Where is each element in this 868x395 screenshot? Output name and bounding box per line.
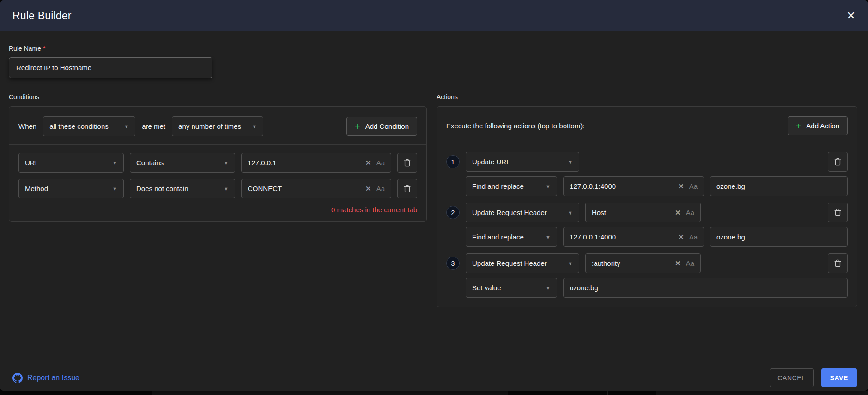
chevron-down-icon: ▼	[124, 124, 129, 129]
action-value-input[interactable]	[570, 284, 841, 292]
action-number-badge: 2	[446, 206, 460, 219]
action-type-select[interactable]: Update URL ▼	[466, 152, 579, 172]
add-condition-button[interactable]: + Add Condition	[346, 117, 417, 136]
action-item: 3 Update Request Header ▼ ✕ Aa	[446, 253, 848, 298]
trash-icon	[403, 159, 411, 167]
delete-condition-button[interactable]	[397, 179, 417, 198]
action-type-select[interactable]: Update Request Header ▼	[466, 253, 579, 273]
actions-panel: Execute the following actions (top to bo…	[437, 106, 857, 307]
actions-section-label: Actions	[437, 93, 857, 101]
action-find-field: ✕ Aa	[563, 176, 704, 196]
case-sensitivity-icon[interactable]: Aa	[686, 259, 694, 267]
case-sensitivity-icon[interactable]: Aa	[686, 209, 694, 216]
chevron-down-icon: ▼	[546, 285, 551, 291]
trash-icon	[834, 259, 842, 267]
action-number-badge: 1	[446, 155, 460, 168]
condition-match-type-select[interactable]: all these conditions ▼	[43, 116, 135, 136]
chevron-down-icon: ▼	[568, 210, 573, 215]
rule-builder-dialog: Rule Builder ✕ Rule Name* Conditions Whe…	[0, 0, 868, 391]
chevron-down-icon: ▼	[112, 186, 117, 192]
delete-action-button[interactable]	[828, 152, 848, 172]
action-mode-select[interactable]: Set value ▼	[466, 278, 557, 298]
delete-condition-button[interactable]	[397, 153, 417, 173]
action-mode-select[interactable]: Find and replace ▼	[466, 176, 557, 196]
close-icon[interactable]: ✕	[846, 10, 856, 21]
when-label: When	[18, 122, 36, 130]
action-type-select[interactable]: Update Request Header ▼	[466, 203, 579, 222]
action-mode-select[interactable]: Find and replace ▼	[466, 227, 557, 247]
action-replace-field	[710, 176, 848, 196]
clear-input-icon[interactable]: ✕	[678, 182, 684, 191]
trash-icon	[834, 158, 842, 166]
trash-icon	[403, 185, 411, 192]
case-sensitivity-icon[interactable]: Aa	[376, 185, 385, 192]
action-header-name-field: ✕ Aa	[585, 203, 701, 222]
rule-name-input[interactable]	[9, 57, 212, 78]
case-sensitivity-icon[interactable]: Aa	[376, 159, 385, 167]
action-replace-input[interactable]	[716, 182, 841, 190]
add-action-button[interactable]: + Add Action	[788, 116, 848, 135]
rule-name-label: Rule Name*	[9, 45, 857, 52]
clear-input-icon[interactable]: ✕	[365, 159, 371, 167]
dialog-header: Rule Builder ✕	[0, 0, 868, 31]
clear-input-icon[interactable]: ✕	[365, 185, 371, 193]
trash-icon	[834, 209, 842, 216]
action-value-field	[563, 278, 848, 298]
chevron-down-icon: ▼	[546, 184, 551, 189]
background-table-panel	[656, 391, 868, 395]
plus-icon: +	[355, 122, 360, 131]
case-sensitivity-icon[interactable]: Aa	[689, 182, 698, 190]
conditions-section-label: Conditions	[9, 93, 427, 101]
chevron-down-icon: ▼	[224, 186, 229, 192]
action-item: 2 Update Request Header ▼ ✕ Aa	[446, 203, 848, 247]
clear-input-icon[interactable]: ✕	[675, 209, 681, 217]
condition-operator-select[interactable]: Does not contain ▼	[130, 179, 235, 198]
match-status-text: 0 matches in the current tab	[9, 198, 426, 221]
save-button[interactable]: SAVE	[821, 368, 857, 387]
chevron-down-icon: ▼	[224, 160, 229, 166]
clear-input-icon[interactable]: ✕	[678, 233, 684, 241]
plus-icon: +	[796, 121, 801, 131]
condition-field-select[interactable]: URL ▼	[18, 153, 124, 173]
action-header-name-input[interactable]	[592, 259, 670, 267]
actions-description: Execute the following actions (top to bo…	[446, 122, 584, 130]
action-number-badge: 3	[446, 257, 460, 270]
condition-row: URL ▼ Contains ▼ ✕ Aa	[18, 153, 417, 173]
condition-field-select[interactable]: Method ▼	[18, 179, 124, 198]
background-table-panel	[152, 391, 508, 395]
chevron-down-icon: ▼	[568, 261, 573, 266]
condition-value-field: ✕ Aa	[241, 153, 391, 173]
condition-operator-select[interactable]: Contains ▼	[130, 153, 235, 173]
github-icon	[12, 373, 23, 383]
condition-row: Method ▼ Does not contain ▼ ✕ Aa	[18, 179, 417, 198]
condition-frequency-select[interactable]: any number of times ▼	[172, 116, 263, 136]
condition-value-field: ✕ Aa	[241, 179, 391, 198]
action-header-name-input[interactable]	[592, 209, 670, 216]
chevron-down-icon: ▼	[112, 160, 117, 166]
action-replace-field	[710, 227, 848, 247]
dialog-body: Rule Name* Conditions When all these con…	[0, 31, 868, 364]
condition-value-input[interactable]	[248, 185, 360, 192]
cancel-button[interactable]: CANCEL	[770, 368, 814, 387]
required-asterisk: *	[43, 45, 45, 52]
action-header-name-field: ✕ Aa	[585, 253, 701, 273]
action-replace-input[interactable]	[716, 233, 841, 241]
report-issue-link[interactable]: Report an Issue	[12, 373, 79, 383]
chevron-down-icon: ▼	[546, 234, 551, 240]
delete-action-button[interactable]	[828, 203, 848, 222]
action-item: 1 Update URL ▼	[446, 152, 848, 196]
action-find-input[interactable]	[570, 182, 673, 190]
chevron-down-icon: ▼	[252, 124, 257, 129]
delete-action-button[interactable]	[828, 253, 848, 273]
clear-input-icon[interactable]: ✕	[675, 259, 681, 268]
action-find-field: ✕ Aa	[563, 227, 704, 247]
case-sensitivity-icon[interactable]: Aa	[689, 233, 698, 241]
conditions-panel: When all these conditions ▼ are met any …	[9, 106, 427, 222]
condition-value-input[interactable]	[248, 159, 360, 167]
are-met-label: are met	[142, 122, 165, 130]
dialog-footer: Report an Issue CANCEL SAVE	[0, 364, 868, 391]
chevron-down-icon: ▼	[568, 159, 573, 165]
action-find-input[interactable]	[570, 233, 673, 241]
dialog-title: Rule Builder	[12, 10, 72, 22]
